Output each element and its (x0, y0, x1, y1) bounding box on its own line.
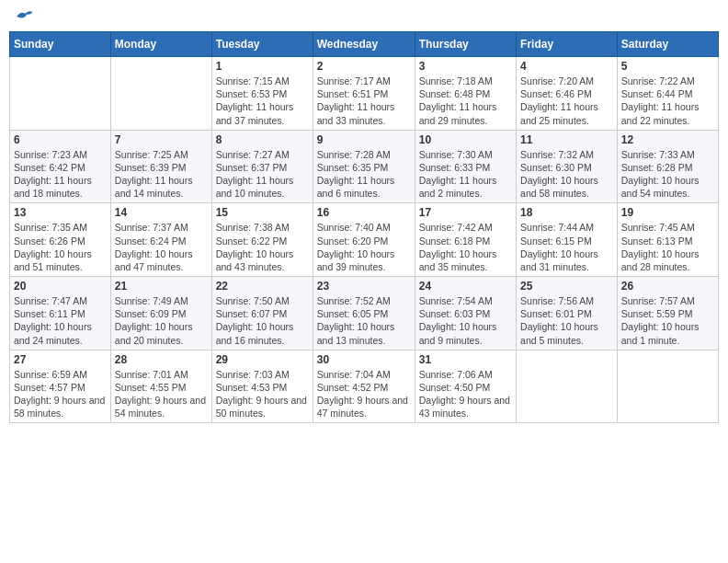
day-number: 24 (419, 280, 512, 293)
day-number: 3 (419, 60, 512, 73)
day-number: 30 (317, 353, 411, 366)
logo (13, 9, 33, 24)
day-info: Sunrise: 7:57 AM Sunset: 5:59 PM Dayligh… (621, 294, 714, 347)
day-info: Sunrise: 7:27 AM Sunset: 6:37 PM Dayligh… (216, 148, 309, 201)
day-cell: 31Sunrise: 7:06 AM Sunset: 4:50 PM Dayli… (415, 350, 516, 423)
day-cell: 26Sunrise: 7:57 AM Sunset: 5:59 PM Dayli… (617, 277, 718, 350)
day-info: Sunrise: 7:45 AM Sunset: 6:13 PM Dayligh… (621, 221, 714, 273)
header-monday: Monday (110, 32, 211, 57)
day-cell: 13Sunrise: 7:35 AM Sunset: 6:26 PM Dayli… (10, 203, 111, 277)
day-cell: 9Sunrise: 7:28 AM Sunset: 6:35 PM Daylig… (313, 130, 415, 203)
day-cell: 14Sunrise: 7:37 AM Sunset: 6:24 PM Dayli… (110, 203, 211, 277)
day-info: Sunrise: 7:22 AM Sunset: 6:44 PM Dayligh… (621, 75, 714, 127)
day-info: Sunrise: 7:32 AM Sunset: 6:30 PM Dayligh… (520, 148, 613, 201)
day-number: 29 (216, 353, 309, 366)
day-info: Sunrise: 7:56 AM Sunset: 6:01 PM Dayligh… (520, 294, 613, 347)
week-row-3: 13Sunrise: 7:35 AM Sunset: 6:26 PM Dayli… (10, 203, 719, 277)
day-info: Sunrise: 7:25 AM Sunset: 6:39 PM Dayligh… (115, 148, 208, 201)
day-number: 15 (216, 206, 309, 219)
page-header (9, 9, 719, 24)
day-info: Sunrise: 7:38 AM Sunset: 6:22 PM Dayligh… (216, 221, 309, 273)
day-info: Sunrise: 6:59 AM Sunset: 4:57 PM Dayligh… (14, 368, 107, 420)
day-number: 19 (621, 206, 714, 219)
day-number: 21 (115, 280, 208, 293)
day-cell: 20Sunrise: 7:47 AM Sunset: 6:11 PM Dayli… (10, 277, 111, 350)
week-row-2: 6Sunrise: 7:23 AM Sunset: 6:42 PM Daylig… (10, 130, 719, 203)
logo-bird-icon (15, 9, 33, 24)
calendar-table: SundayMondayTuesdayWednesdayThursdayFrid… (9, 31, 719, 423)
day-number: 26 (621, 280, 714, 293)
day-info: Sunrise: 7:37 AM Sunset: 6:24 PM Dayligh… (115, 221, 208, 273)
day-cell: 19Sunrise: 7:45 AM Sunset: 6:13 PM Dayli… (617, 203, 718, 277)
day-cell: 11Sunrise: 7:32 AM Sunset: 6:30 PM Dayli… (517, 130, 618, 203)
header-friday: Friday (517, 32, 618, 57)
day-cell: 16Sunrise: 7:40 AM Sunset: 6:20 PM Dayli… (313, 203, 415, 277)
day-cell: 5Sunrise: 7:22 AM Sunset: 6:44 PM Daylig… (617, 57, 718, 131)
day-cell: 24Sunrise: 7:54 AM Sunset: 6:03 PM Dayli… (415, 277, 516, 350)
day-number: 6 (14, 133, 107, 146)
day-info: Sunrise: 7:04 AM Sunset: 4:52 PM Dayligh… (317, 368, 411, 420)
day-info: Sunrise: 7:15 AM Sunset: 6:53 PM Dayligh… (216, 75, 309, 127)
day-info: Sunrise: 7:40 AM Sunset: 6:20 PM Dayligh… (317, 221, 411, 273)
day-number: 12 (621, 133, 714, 146)
week-row-4: 20Sunrise: 7:47 AM Sunset: 6:11 PM Dayli… (10, 277, 719, 350)
day-cell: 15Sunrise: 7:38 AM Sunset: 6:22 PM Dayli… (211, 203, 313, 277)
day-number: 5 (621, 60, 714, 73)
day-cell: 3Sunrise: 7:18 AM Sunset: 6:48 PM Daylig… (415, 57, 516, 131)
day-number: 8 (216, 133, 309, 146)
week-row-1: 1Sunrise: 7:15 AM Sunset: 6:53 PM Daylig… (10, 57, 719, 131)
day-number: 16 (317, 206, 411, 219)
day-number: 31 (419, 353, 512, 366)
day-number: 2 (317, 60, 411, 73)
day-number: 7 (115, 133, 208, 146)
day-info: Sunrise: 7:06 AM Sunset: 4:50 PM Dayligh… (419, 368, 512, 420)
day-number: 18 (520, 206, 613, 219)
week-row-5: 27Sunrise: 6:59 AM Sunset: 4:57 PM Dayli… (10, 350, 719, 423)
day-info: Sunrise: 7:42 AM Sunset: 6:18 PM Dayligh… (419, 221, 512, 273)
day-cell: 12Sunrise: 7:33 AM Sunset: 6:28 PM Dayli… (617, 130, 718, 203)
day-info: Sunrise: 7:35 AM Sunset: 6:26 PM Dayligh… (14, 221, 107, 273)
day-info: Sunrise: 7:49 AM Sunset: 6:09 PM Dayligh… (115, 294, 208, 347)
day-info: Sunrise: 7:20 AM Sunset: 6:46 PM Dayligh… (520, 75, 613, 127)
day-number: 22 (216, 280, 309, 293)
day-number: 23 (317, 280, 411, 293)
day-cell: 18Sunrise: 7:44 AM Sunset: 6:15 PM Dayli… (517, 203, 618, 277)
header-saturday: Saturday (617, 32, 718, 57)
day-number: 27 (14, 353, 107, 366)
header-sunday: Sunday (10, 32, 111, 57)
header-tuesday: Tuesday (211, 32, 313, 57)
day-info: Sunrise: 7:01 AM Sunset: 4:55 PM Dayligh… (115, 368, 208, 420)
day-cell: 25Sunrise: 7:56 AM Sunset: 6:01 PM Dayli… (517, 277, 618, 350)
day-cell (517, 350, 618, 423)
day-cell: 8Sunrise: 7:27 AM Sunset: 6:37 PM Daylig… (211, 130, 313, 203)
day-cell (10, 57, 111, 131)
day-info: Sunrise: 7:54 AM Sunset: 6:03 PM Dayligh… (419, 294, 512, 347)
day-cell: 28Sunrise: 7:01 AM Sunset: 4:55 PM Dayli… (110, 350, 211, 423)
day-cell: 4Sunrise: 7:20 AM Sunset: 6:46 PM Daylig… (517, 57, 618, 131)
day-number: 10 (419, 133, 512, 146)
calendar-header-row: SundayMondayTuesdayWednesdayThursdayFrid… (10, 32, 719, 57)
day-info: Sunrise: 7:50 AM Sunset: 6:07 PM Dayligh… (216, 294, 309, 347)
day-cell: 21Sunrise: 7:49 AM Sunset: 6:09 PM Dayli… (110, 277, 211, 350)
day-cell: 1Sunrise: 7:15 AM Sunset: 6:53 PM Daylig… (211, 57, 313, 131)
day-number: 1 (216, 60, 309, 73)
day-cell: 29Sunrise: 7:03 AM Sunset: 4:53 PM Dayli… (211, 350, 313, 423)
day-cell: 27Sunrise: 6:59 AM Sunset: 4:57 PM Dayli… (10, 350, 111, 423)
day-cell: 17Sunrise: 7:42 AM Sunset: 6:18 PM Dayli… (415, 203, 516, 277)
day-cell (617, 350, 718, 423)
day-info: Sunrise: 7:17 AM Sunset: 6:51 PM Dayligh… (317, 75, 411, 127)
day-info: Sunrise: 7:33 AM Sunset: 6:28 PM Dayligh… (621, 148, 714, 201)
day-info: Sunrise: 7:47 AM Sunset: 6:11 PM Dayligh… (14, 294, 107, 347)
day-info: Sunrise: 7:30 AM Sunset: 6:33 PM Dayligh… (419, 148, 512, 201)
day-number: 13 (14, 206, 107, 219)
day-cell: 23Sunrise: 7:52 AM Sunset: 6:05 PM Dayli… (313, 277, 415, 350)
day-number: 11 (520, 133, 613, 146)
day-info: Sunrise: 7:03 AM Sunset: 4:53 PM Dayligh… (216, 368, 309, 420)
day-info: Sunrise: 7:52 AM Sunset: 6:05 PM Dayligh… (317, 294, 411, 347)
day-number: 14 (115, 206, 208, 219)
day-cell: 30Sunrise: 7:04 AM Sunset: 4:52 PM Dayli… (313, 350, 415, 423)
day-number: 4 (520, 60, 613, 73)
day-cell: 2Sunrise: 7:17 AM Sunset: 6:51 PM Daylig… (313, 57, 415, 131)
day-info: Sunrise: 7:18 AM Sunset: 6:48 PM Dayligh… (419, 75, 512, 127)
day-number: 28 (115, 353, 208, 366)
